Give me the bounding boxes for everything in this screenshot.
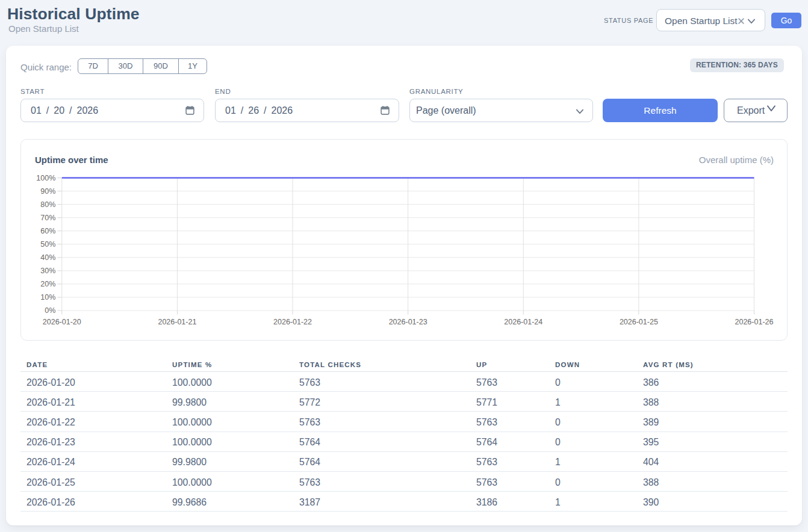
- svg-text:90%: 90%: [40, 187, 55, 196]
- svg-text:30%: 30%: [40, 267, 55, 275]
- svg-text:100%: 100%: [36, 174, 55, 182]
- svg-text:50%: 50%: [40, 240, 55, 249]
- svg-text:70%: 70%: [40, 214, 55, 222]
- svg-text:2026-01-25: 2026-01-25: [620, 318, 658, 326]
- svg-text:80%: 80%: [40, 200, 55, 209]
- svg-text:2026-01-24: 2026-01-24: [504, 318, 542, 326]
- svg-text:60%: 60%: [40, 227, 55, 235]
- svg-text:2026-01-26: 2026-01-26: [735, 318, 774, 326]
- svg-text:2026-01-20: 2026-01-20: [43, 318, 81, 326]
- svg-text:20%: 20%: [40, 280, 55, 288]
- svg-text:0%: 0%: [45, 306, 55, 315]
- svg-text:10%: 10%: [40, 293, 55, 302]
- svg-text:2026-01-23: 2026-01-23: [389, 318, 427, 326]
- svg-text:2026-01-22: 2026-01-22: [273, 318, 312, 326]
- svg-text:40%: 40%: [40, 253, 55, 262]
- svg-text:2026-01-21: 2026-01-21: [158, 318, 196, 326]
